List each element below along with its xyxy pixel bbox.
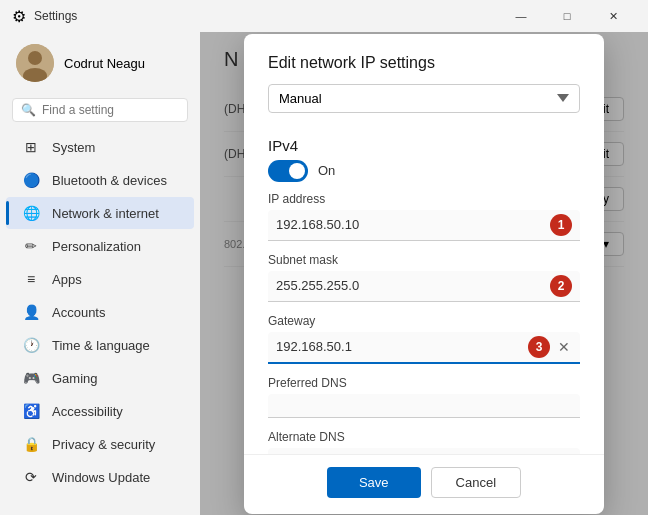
close-button[interactable]: ✕	[590, 0, 636, 32]
sidebar-item-label: Bluetooth & devices	[52, 173, 167, 188]
step-badge-2: 2	[550, 275, 572, 297]
sidebar-item-label: Time & language	[52, 338, 150, 353]
sidebar-item-label: Gaming	[52, 371, 98, 386]
system-icon: ⊞	[22, 139, 40, 155]
window-controls: — □ ✕	[498, 0, 636, 32]
subnet-mask-group: Subnet mask 2	[268, 253, 580, 302]
sidebar-item-label: Privacy & security	[52, 437, 155, 452]
sidebar-item-label: Network & internet	[52, 206, 159, 221]
minimize-button[interactable]: —	[498, 0, 544, 32]
preferred-dns-row	[268, 394, 580, 418]
user-section: Codrut Neagu	[0, 32, 200, 94]
sidebar-item-apps[interactable]: ≡ Apps	[6, 263, 194, 295]
save-button[interactable]: Save	[327, 467, 421, 498]
ipv4-section-title: IPv4	[268, 137, 580, 154]
subnet-mask-label: Subnet mask	[268, 253, 580, 267]
apps-icon: ≡	[22, 271, 40, 287]
ipv4-toggle-row: On	[268, 160, 580, 182]
main-layout: Codrut Neagu 🔍 ⊞ System 🔵 Bluetooth & de…	[0, 32, 648, 515]
bluetooth-icon: 🔵	[22, 172, 40, 188]
user-name: Codrut Neagu	[64, 56, 145, 71]
sidebar-item-gaming[interactable]: 🎮 Gaming	[6, 362, 194, 394]
dialog-footer: Save Cancel	[244, 454, 604, 514]
alternate-dns-label: Alternate DNS	[268, 430, 580, 444]
clear-gateway-button[interactable]: ✕	[556, 339, 572, 355]
search-box[interactable]: 🔍	[12, 98, 188, 122]
sidebar-item-label: Accessibility	[52, 404, 123, 419]
preferred-dns-label: Preferred DNS	[268, 376, 580, 390]
gaming-icon: 🎮	[22, 370, 40, 386]
sidebar-item-label: Accounts	[52, 305, 105, 320]
ipv4-toggle-label: On	[318, 163, 335, 178]
search-input[interactable]	[42, 103, 192, 117]
window-title: Settings	[34, 9, 77, 23]
sidebar-item-system[interactable]: ⊞ System	[6, 131, 194, 163]
avatar	[16, 44, 54, 82]
sidebar-item-label: Personalization	[52, 239, 141, 254]
sidebar-item-accounts[interactable]: 👤 Accounts	[6, 296, 194, 328]
gateway-group: Gateway 3 ✕	[268, 314, 580, 364]
ip-address-row: 1	[268, 210, 580, 241]
sidebar-item-label: System	[52, 140, 95, 155]
search-icon: 🔍	[21, 103, 36, 117]
sidebar-item-network[interactable]: 🌐 Network & internet	[6, 197, 194, 229]
preferred-dns-input[interactable]	[276, 398, 572, 413]
update-icon: ⟳	[22, 469, 40, 485]
sidebar-item-personalization[interactable]: ✏ Personalization	[6, 230, 194, 262]
sidebar-item-accessibility[interactable]: ♿ Accessibility	[6, 395, 194, 427]
sidebar-item-bluetooth[interactable]: 🔵 Bluetooth & devices	[6, 164, 194, 196]
modal-overlay: Edit network IP settings Manual Automati…	[200, 32, 648, 515]
window: ⚙ Settings — □ ✕ Codrut Neagu	[0, 0, 648, 515]
dialog-title: Edit network IP settings	[268, 54, 580, 72]
dialog-body: IPv4 On IP address 1	[244, 121, 604, 454]
preferred-dns-group: Preferred DNS	[268, 376, 580, 418]
ip-address-label: IP address	[268, 192, 580, 206]
subnet-mask-row: 2	[268, 271, 580, 302]
accessibility-icon: ♿	[22, 403, 40, 419]
title-bar: ⚙ Settings — □ ✕	[0, 0, 648, 32]
accounts-icon: 👤	[22, 304, 40, 320]
dialog-header: Edit network IP settings Manual Automati…	[244, 34, 604, 121]
sidebar-item-time[interactable]: 🕐 Time & language	[6, 329, 194, 361]
personalization-icon: ✏	[22, 238, 40, 254]
sidebar: Codrut Neagu 🔍 ⊞ System 🔵 Bluetooth & de…	[0, 32, 200, 515]
sidebar-item-update[interactable]: ⟳ Windows Update	[6, 461, 194, 493]
svg-point-1	[28, 51, 42, 65]
alternate-dns-group: Alternate DNS	[268, 430, 580, 454]
privacy-icon: 🔒	[22, 436, 40, 452]
cancel-button[interactable]: Cancel	[431, 467, 521, 498]
gateway-label: Gateway	[268, 314, 580, 328]
sidebar-nav: ⊞ System 🔵 Bluetooth & devices 🌐 Network…	[0, 130, 200, 494]
ip-address-input[interactable]	[276, 217, 544, 232]
step-badge-3: 3	[528, 336, 550, 358]
mode-select[interactable]: Manual Automatic (DHCP)	[268, 84, 580, 113]
subnet-mask-input[interactable]	[276, 278, 544, 293]
sidebar-item-privacy[interactable]: 🔒 Privacy & security	[6, 428, 194, 460]
content-area: N › CNC5 (DHCP) Edit (DHCP) Edit Copy 80…	[200, 32, 648, 515]
ip-address-group: IP address 1	[268, 192, 580, 241]
time-icon: 🕐	[22, 337, 40, 353]
ipv4-toggle[interactable]	[268, 160, 308, 182]
maximize-button[interactable]: □	[544, 0, 590, 32]
network-icon: 🌐	[22, 205, 40, 221]
dialog: Edit network IP settings Manual Automati…	[244, 34, 604, 514]
gateway-row: 3 ✕	[268, 332, 580, 364]
sidebar-item-label: Windows Update	[52, 470, 150, 485]
step-badge-1: 1	[550, 214, 572, 236]
sidebar-item-label: Apps	[52, 272, 82, 287]
gateway-input[interactable]	[276, 339, 522, 354]
